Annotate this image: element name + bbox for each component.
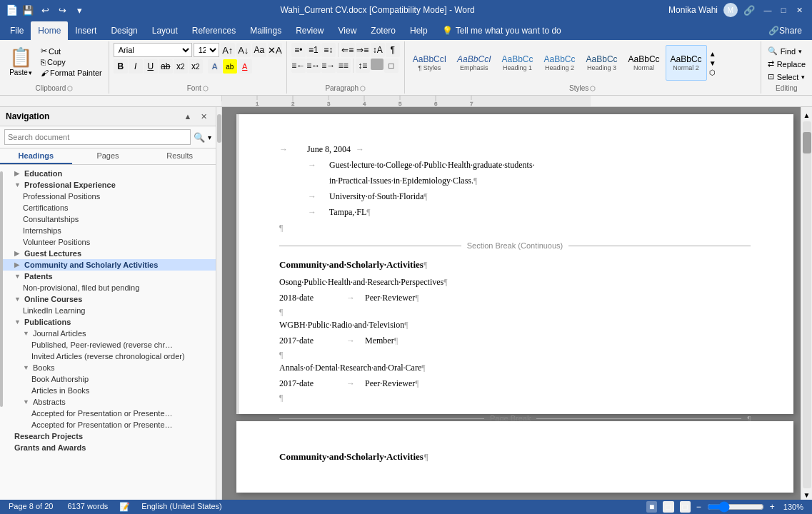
zoom-out-btn[interactable]: − bbox=[696, 502, 701, 512]
nav-scrollbar-bar[interactable] bbox=[217, 114, 221, 143]
clear-format-btn[interactable]: ✕A bbox=[268, 43, 282, 57]
tree-item-certifications[interactable]: Certifications bbox=[0, 202, 216, 213]
styles-expand-btn[interactable]: ⬡ bbox=[709, 69, 716, 76]
scrollbar-thumb[interactable] bbox=[803, 132, 811, 153]
line-spacing-btn[interactable]: ↕≡ bbox=[356, 59, 370, 73]
styles-scroll-down-btn[interactable]: ▼ bbox=[709, 59, 716, 67]
tree-item-published-peer[interactable]: Published, Peer-reviewed (reverse chrono… bbox=[0, 339, 216, 351]
tab-design[interactable]: Design bbox=[104, 21, 144, 40]
tree-item-grants[interactable]: Grants and Awards bbox=[0, 442, 216, 453]
tree-item-book-authorship[interactable]: Book Authorship bbox=[0, 373, 216, 385]
tree-item-research-projects[interactable]: Research Projects bbox=[0, 430, 216, 442]
styles-scroll-up-btn[interactable]: ▲ bbox=[709, 50, 716, 58]
tab-mailings[interactable]: Mailings bbox=[243, 21, 289, 40]
tab-review[interactable]: Review bbox=[289, 21, 331, 40]
subscript-btn[interactable]: x2 bbox=[174, 59, 188, 74]
tab-help[interactable]: Help bbox=[403, 21, 435, 40]
borders-btn[interactable]: □ bbox=[384, 59, 399, 73]
styles-style-btn[interactable]: AaBbCcI ¶ Styles bbox=[408, 45, 451, 81]
tree-item-education[interactable]: ▶ Education bbox=[0, 168, 216, 179]
close-btn[interactable]: ✕ bbox=[792, 3, 806, 17]
heading3-style-btn[interactable]: AaBbCc Heading 3 bbox=[581, 45, 623, 81]
tree-item-professional-positions[interactable]: Professional Positions bbox=[0, 191, 216, 202]
tree-item-volunteer-positions[interactable]: Volunteer Positions bbox=[0, 236, 216, 248]
sort-btn[interactable]: ↕A bbox=[371, 43, 385, 57]
heading1-style-btn[interactable]: AaBbCc Heading 1 bbox=[496, 45, 538, 81]
tree-item-nonprovisional[interactable]: Non-provisional, filed but pending bbox=[0, 282, 216, 293]
nav-close-btn[interactable]: ✕ bbox=[197, 110, 210, 123]
zoom-slider[interactable] bbox=[707, 503, 764, 510]
font-color-btn[interactable]: A bbox=[238, 59, 252, 74]
tab-zotero[interactable]: Zotero bbox=[364, 21, 403, 40]
highlight-btn[interactable]: ab bbox=[223, 59, 237, 74]
justify-btn[interactable]: ≡≡ bbox=[336, 59, 351, 73]
align-right-btn[interactable]: ≡→ bbox=[321, 59, 336, 73]
zoom-level[interactable]: 130% bbox=[781, 503, 806, 511]
tree-item-linkedin-learning[interactable]: LinkedIn Learning bbox=[0, 305, 216, 316]
scroll-up-btn[interactable]: ▲ bbox=[802, 110, 812, 120]
cut-btn[interactable]: ✂ Cut bbox=[39, 46, 104, 56]
font-size-select[interactable]: 12 bbox=[194, 43, 219, 57]
change-case-btn[interactable]: Aa bbox=[252, 43, 266, 57]
numbering-btn[interactable]: ≡1 bbox=[306, 43, 321, 57]
tree-item-journal-articles[interactable]: ▼ Journal Articles bbox=[0, 328, 216, 339]
bullets-btn[interactable]: ≡• bbox=[291, 43, 306, 57]
shrink-font-btn[interactable]: A↓ bbox=[236, 43, 251, 57]
tree-item-accepted-peer[interactable]: Accepted for Presentation or Presented, … bbox=[0, 408, 216, 419]
undo-qa-btn[interactable]: ↩ bbox=[38, 3, 52, 17]
status-word-count[interactable]: 6137 words bbox=[64, 502, 111, 512]
tab-home[interactable]: Home bbox=[31, 21, 68, 40]
tree-item-abstracts[interactable]: ▼ Abstracts bbox=[0, 396, 216, 408]
nav-search-icon[interactable]: 🔍 bbox=[194, 132, 205, 143]
scroll-down-btn[interactable]: ▼ bbox=[802, 490, 812, 500]
styles-expand-icon[interactable]: ⬡ bbox=[590, 85, 596, 92]
tree-item-articles-in-books[interactable]: Articles in Books bbox=[0, 385, 216, 396]
web-layout-btn[interactable]: □ bbox=[680, 501, 691, 513]
tree-item-consultantships[interactable]: Consultantships bbox=[0, 213, 216, 225]
decrease-indent-btn[interactable]: ⇐≡ bbox=[341, 43, 355, 57]
tree-item-publications[interactable]: ▼ Publications bbox=[0, 316, 216, 328]
tree-item-internships[interactable]: Internships bbox=[0, 225, 216, 236]
tree-item-accepted-non[interactable]: Accepted for Presentation or Presented, … bbox=[0, 419, 216, 430]
nav-tab-pages[interactable]: Pages bbox=[72, 148, 144, 164]
tab-tell-me[interactable]: 💡 Tell me what you want to do bbox=[435, 21, 568, 40]
paragraph-expand-icon[interactable]: ⬡ bbox=[360, 85, 366, 92]
minimize-btn[interactable]: — bbox=[761, 3, 775, 17]
clipboard-expand-icon[interactable]: ⬡ bbox=[67, 85, 73, 92]
heading2-style-btn[interactable]: AaBbCc Heading 2 bbox=[539, 45, 581, 81]
zoom-in-btn[interactable]: + bbox=[770, 502, 775, 512]
normal2-style-btn[interactable]: AaBbCc Normal 2 bbox=[666, 45, 707, 81]
emphasis-style-btn[interactable]: AaBbCcI Emphasis bbox=[452, 45, 496, 81]
increase-indent-btn[interactable]: ⇒≡ bbox=[356, 43, 370, 57]
superscript-btn[interactable]: x2 bbox=[189, 59, 203, 74]
status-page-info[interactable]: Page 8 of 20 bbox=[6, 502, 56, 512]
read-mode-btn[interactable]: ■ bbox=[646, 501, 657, 513]
copy-btn[interactable]: ⎘ Copy bbox=[39, 57, 104, 67]
font-expand-icon[interactable]: ⬡ bbox=[203, 85, 209, 92]
italic-btn[interactable]: I bbox=[129, 59, 143, 74]
print-layout-btn[interactable]: □ bbox=[663, 501, 673, 513]
paste-btn[interactable]: 📋 Paste ▾ bbox=[4, 43, 37, 80]
save-qa-btn[interactable]: 💾 bbox=[21, 3, 35, 17]
tab-view[interactable]: View bbox=[331, 21, 364, 40]
align-left-btn[interactable]: ≡← bbox=[291, 59, 306, 73]
select-btn[interactable]: ⊡ Select ▾ bbox=[766, 71, 808, 82]
font-name-select[interactable]: Arial bbox=[114, 43, 192, 57]
bold-btn[interactable]: B bbox=[114, 59, 128, 74]
document-area[interactable]: → June 8, 2004 → → Guest·lecture·to·Coll… bbox=[222, 107, 801, 500]
tree-item-patents[interactable]: ▼ Patents bbox=[0, 271, 216, 282]
tree-item-books[interactable]: ▼ Books bbox=[0, 362, 216, 373]
strikethrough-btn[interactable]: ab bbox=[159, 59, 173, 74]
grow-font-btn[interactable]: A↑ bbox=[221, 43, 235, 57]
nav-tab-headings[interactable]: Headings bbox=[0, 148, 72, 164]
maximize-btn[interactable]: □ bbox=[776, 3, 791, 17]
format-painter-btn[interactable]: 🖌 Format Painter bbox=[39, 68, 104, 78]
nav-search-arrow[interactable]: ▾ bbox=[208, 133, 211, 141]
replace-btn[interactable]: ⇄ Replace bbox=[766, 59, 808, 69]
tree-item-community-scholarly[interactable]: ▶ Community and Scholarly Activities bbox=[0, 259, 216, 271]
multilevel-btn[interactable]: ≡↕ bbox=[321, 43, 336, 57]
underline-btn[interactable]: U bbox=[144, 59, 158, 74]
status-language[interactable]: English (United States) bbox=[139, 502, 225, 512]
tree-item-online-courses[interactable]: ▼ Online Courses bbox=[0, 293, 216, 305]
nav-search-input[interactable] bbox=[4, 129, 191, 145]
